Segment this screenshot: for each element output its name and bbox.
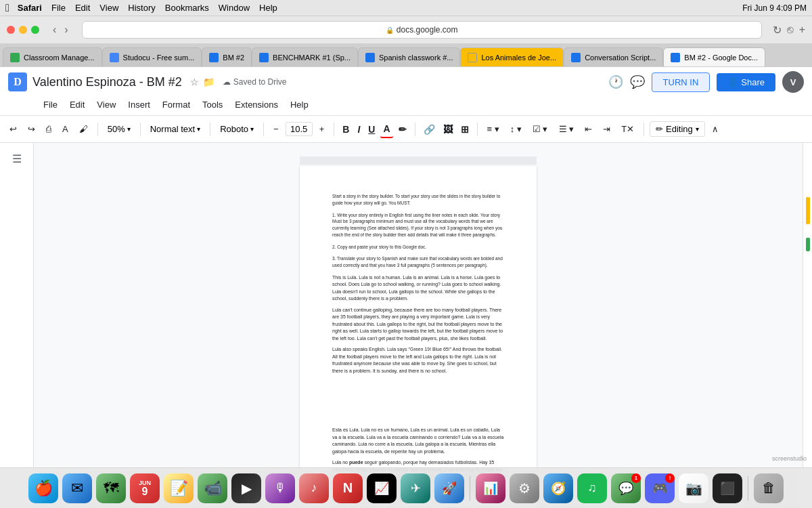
- font-size-decrease[interactable]: −: [269, 121, 283, 137]
- bold-button[interactable]: B: [340, 121, 352, 137]
- menu-edit[interactable]: Edit: [64, 97, 90, 112]
- menu-file[interactable]: File: [38, 97, 63, 112]
- paint-format-button[interactable]: 🖌: [75, 121, 92, 137]
- dock-stocks[interactable]: 📈: [367, 473, 397, 503]
- menubar-bookmarks[interactable]: Bookmarks: [165, 3, 209, 13]
- refresh-button[interactable]: ↻: [773, 24, 782, 37]
- menu-view[interactable]: View: [91, 97, 121, 112]
- checklist-button[interactable]: ☑ ▾: [528, 121, 552, 137]
- tab-studocu[interactable]: Studocu - Free sum...: [102, 47, 202, 66]
- spelling-button[interactable]: A: [58, 121, 72, 137]
- menubar-safari[interactable]: Safari: [18, 3, 42, 13]
- dock-screenshot[interactable]: ⬛: [713, 473, 742, 503]
- doc-canvas-area[interactable]: Start a story in the story builder. To s…: [34, 143, 803, 508]
- line-spacing-button[interactable]: ↕ ▾: [506, 121, 526, 137]
- editing-mode-selector[interactable]: ✏ Editing ▾: [650, 121, 705, 137]
- dock-trash[interactable]: 🗑: [754, 473, 784, 503]
- dock-maps[interactable]: 🗺: [96, 473, 126, 503]
- tab-classroom[interactable]: Classroom Manage...: [3, 47, 102, 66]
- dock-tv[interactable]: ▶: [231, 473, 261, 503]
- indent-less-button[interactable]: ⇤: [581, 121, 596, 137]
- dock-mail[interactable]: ✉: [62, 473, 92, 503]
- menu-extensions[interactable]: Extensions: [229, 97, 284, 112]
- tab-spanish[interactable]: Spanish classwork #...: [358, 47, 460, 66]
- menubar-file[interactable]: File: [51, 3, 66, 13]
- dock-spotify[interactable]: ♫: [577, 473, 607, 503]
- move-button[interactable]: 📁: [203, 77, 215, 87]
- font-size-input[interactable]: [286, 122, 313, 136]
- new-tab-button[interactable]: +: [799, 24, 805, 37]
- zoom-selector[interactable]: 50% ▾: [104, 122, 135, 136]
- redo-button[interactable]: ↪: [24, 121, 39, 137]
- bm2-favicon: [209, 53, 219, 62]
- forward-button[interactable]: ›: [62, 22, 70, 37]
- menubar-help[interactable]: Help: [259, 3, 277, 13]
- toolbar: ↩ ↪ ⎙ A 🖌 50% ▾ Normal text ▾ Roboto ▾ −…: [0, 116, 812, 143]
- user-avatar[interactable]: V: [782, 71, 804, 93]
- indent-more-button[interactable]: ⇥: [599, 121, 614, 137]
- apple-menu[interactable]: : [5, 2, 9, 14]
- table-button[interactable]: ⊞: [458, 121, 472, 137]
- menubar-history[interactable]: History: [128, 3, 155, 13]
- undo-button[interactable]: ↩: [5, 121, 21, 137]
- menu-help[interactable]: Help: [285, 97, 314, 112]
- text-color-button[interactable]: A: [380, 121, 392, 138]
- underline-button[interactable]: U: [365, 121, 378, 137]
- maximize-button[interactable]: [31, 26, 39, 34]
- menubar-window[interactable]: Window: [219, 3, 250, 13]
- dock-news[interactable]: N: [333, 473, 363, 503]
- back-button[interactable]: ‹: [50, 22, 59, 37]
- minimize-button[interactable]: [19, 26, 27, 34]
- instruction-2: 2. Copy and paste your story to this Goo…: [332, 244, 504, 251]
- dock-launchpad[interactable]: 🚀: [434, 473, 464, 503]
- trash-icon: 🗑: [762, 480, 775, 496]
- dock-photos[interactable]: 📷: [679, 473, 708, 503]
- menu-insert[interactable]: Insert: [122, 97, 156, 112]
- dock-facetime[interactable]: 📹: [198, 473, 227, 503]
- dock-testflight[interactable]: ✈: [401, 473, 430, 503]
- print-button[interactable]: ⎙: [42, 121, 55, 137]
- menu-tools[interactable]: Tools: [197, 97, 228, 112]
- italic-button[interactable]: I: [355, 121, 363, 137]
- tab-bm2[interactable]: BM #2: [202, 47, 252, 66]
- share-browser-button[interactable]: ⎋: [787, 24, 794, 37]
- font-selector[interactable]: Roboto ▾: [216, 122, 258, 136]
- tab-bm2-active[interactable]: BM #2 - Google Doc...: [663, 47, 765, 66]
- dock-finder[interactable]: 🍎: [28, 473, 58, 503]
- tab-benchmark1[interactable]: BENCHMARK #1 (Sp...: [252, 47, 358, 66]
- page-1-content[interactable]: Start a story in the story builder. To s…: [300, 166, 537, 508]
- collapse-toolbar-button[interactable]: ∧: [708, 121, 723, 137]
- image-button[interactable]: 🖼: [441, 121, 455, 137]
- address-bar[interactable]: 🔒 docs.google.com: [82, 21, 762, 39]
- highlight-button[interactable]: ✏: [396, 121, 409, 137]
- dock-settings[interactable]: ⚙: [510, 473, 539, 503]
- dock-discord[interactable]: 🎮 !: [645, 473, 675, 503]
- dock-music[interactable]: ♪: [299, 473, 329, 503]
- turn-in-button[interactable]: TURN IN: [652, 72, 710, 92]
- dock-activity[interactable]: 📊: [476, 473, 505, 503]
- tab-animales[interactable]: Los Animales de Joe...: [460, 47, 564, 66]
- history-button[interactable]: 🕐: [608, 75, 623, 89]
- menubar-edit[interactable]: Edit: [75, 3, 90, 13]
- comments-button[interactable]: 💬: [630, 75, 645, 89]
- dock-notes[interactable]: 📝: [164, 473, 194, 503]
- star-button[interactable]: ☆: [190, 77, 199, 87]
- outline-toggle-button[interactable]: ☰: [8, 148, 26, 169]
- menu-format[interactable]: Format: [157, 97, 196, 112]
- link-button[interactable]: 🔗: [421, 121, 438, 137]
- dock-calendar[interactable]: JUN 9: [130, 473, 160, 503]
- close-button[interactable]: [7, 26, 15, 34]
- tab-conversation[interactable]: Conversation Script...: [564, 47, 663, 66]
- list-button[interactable]: ☰ ▾: [555, 121, 579, 137]
- clear-format-button[interactable]: T✕: [617, 121, 638, 137]
- dock-safari[interactable]: 🧭: [543, 473, 573, 503]
- doc-title[interactable]: Valentino Espinoza - BM #2: [32, 75, 182, 89]
- dock-podcast[interactable]: 🎙: [265, 473, 295, 503]
- menubar-view[interactable]: View: [99, 3, 118, 13]
- share-button[interactable]: 👤 Share: [717, 73, 775, 91]
- dock-messages[interactable]: 💬 1: [611, 473, 641, 503]
- style-selector[interactable]: Normal text ▾: [146, 122, 204, 136]
- font-size-increase[interactable]: +: [315, 121, 329, 137]
- benchmark1-tab-label: BENCHMARK #1 (Sp...: [273, 54, 351, 62]
- align-button[interactable]: ≡ ▾: [483, 121, 503, 137]
